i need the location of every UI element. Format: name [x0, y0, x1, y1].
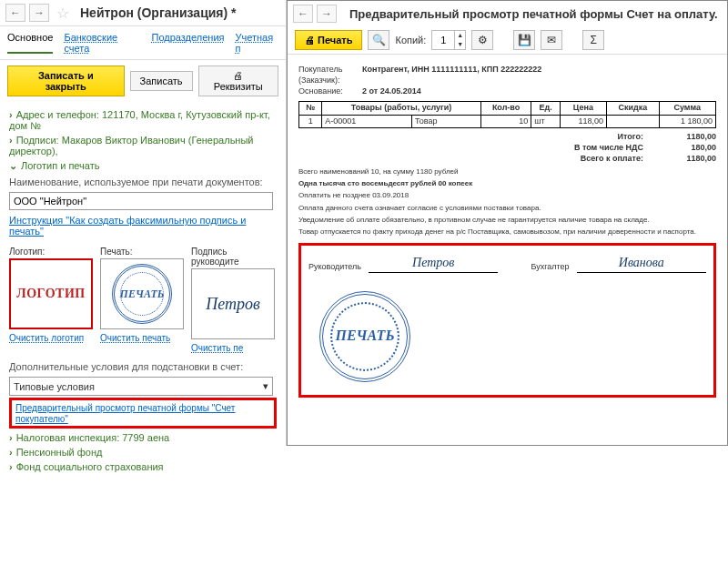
- basis-value: 2 от 24.05.2014: [362, 86, 421, 97]
- logo-section-toggle[interactable]: Логотип и печать: [9, 158, 277, 174]
- totals-block: Итого:1180,00 В том числе НДС180,00 Всег…: [298, 132, 716, 164]
- stamp-large-icon: ПЕЧАТЬ: [319, 291, 410, 382]
- buyer-value: Контрагент, ИНН 1111111111, КПП 22222222…: [362, 65, 541, 86]
- signatures-row[interactable]: Подписи: Макаров Виктор Иванович (Генера…: [9, 133, 277, 158]
- form-title: Нейтрон (Организация) *: [80, 5, 237, 20]
- tax-row[interactable]: Налоговая инспекция: 7799 аена: [9, 430, 277, 445]
- settings-icon[interactable]: ⚙: [471, 30, 493, 50]
- tab-acct[interactable]: Учетная п: [236, 32, 279, 54]
- print-button[interactable]: 🖨 Печать: [295, 30, 362, 50]
- save-close-button[interactable]: Записать и закрыть: [7, 66, 125, 96]
- logo-preview[interactable]: ЛОГОТИП: [9, 258, 93, 329]
- buyer-label: Покупатель (Заказчик):: [298, 65, 362, 86]
- preview-toolbar: ← → Предварительный просмотр печатной фо…: [288, 1, 727, 26]
- tab-bank[interactable]: Банковские счета: [64, 32, 140, 54]
- basis-label: Основание:: [298, 86, 362, 97]
- sig-text: Петров: [206, 295, 260, 314]
- sig-director: Петров: [412, 256, 454, 269]
- search-icon[interactable]: 🔍: [368, 30, 389, 50]
- preview-forward-button[interactable]: →: [317, 5, 337, 23]
- role-director: Руководитель: [308, 262, 361, 273]
- th-qty: Кол-во: [480, 102, 531, 116]
- terms1: Оплатить не позднее 03.09.2018: [298, 191, 716, 200]
- sig-label: Подпись руководите: [191, 247, 277, 267]
- table-row: 1 А-00001 Товар 10 шт 118,00 1 180,00: [299, 115, 716, 128]
- forward-button[interactable]: →: [29, 4, 49, 22]
- preview-back-button[interactable]: ←: [293, 5, 313, 23]
- sum-icon[interactable]: Σ: [582, 30, 604, 50]
- th-sum: Сумма: [659, 102, 715, 116]
- back-button[interactable]: ←: [5, 4, 25, 22]
- th-unit: Ед.: [531, 102, 560, 116]
- document-preview: Покупатель (Заказчик): Контрагент, ИНН 1…: [288, 55, 727, 407]
- clear-sig-link[interactable]: Очистить пе: [191, 343, 243, 353]
- role-accountant: Бухгалтер: [531, 262, 569, 273]
- preview-actions: 🖨 Печать 🔍 Копий: ▲▼ ⚙ 💾 ✉ Σ: [288, 26, 727, 55]
- tab-main[interactable]: Основное: [7, 32, 53, 54]
- signature-block-highlight: Руководитель Петров Бухгалтер Иванова ПЕ…: [298, 243, 716, 398]
- action-bar: Записать и закрыть Записать 🖨 Реквизиты: [0, 60, 286, 102]
- preview-link[interactable]: Предварительный просмотр печатной формы …: [15, 403, 235, 424]
- chevron-down-icon: ▾: [263, 380, 268, 392]
- terms4: Товар отпускается по факту прихода денег…: [298, 227, 716, 237]
- email-icon[interactable]: ✉: [541, 30, 562, 50]
- preview-panel: ← → Предварительный просмотр печатной фо…: [287, 0, 728, 446]
- tab-dept[interactable]: Подразделения: [152, 32, 225, 54]
- spin-down[interactable]: ▼: [454, 40, 465, 49]
- terms2: Оплата данного счета означает согласие с…: [298, 204, 716, 213]
- preview-link-highlight: Предварительный просмотр печатной формы …: [9, 398, 277, 429]
- copies-label: Копий:: [395, 35, 426, 45]
- favorite-icon[interactable]: ☆: [53, 5, 73, 22]
- preview-title: Предварительный просмотр печатной формы …: [349, 7, 718, 21]
- th-num: №: [299, 102, 322, 116]
- th-goods: Товары (работы, услуги): [322, 102, 481, 116]
- summary2: Одна тысяча сто восемьдесят рублей 00 ко…: [298, 179, 716, 188]
- stamp-preview[interactable]: ПЕЧАТЬ: [100, 258, 184, 329]
- extra-label: Дополнительные условия для подстановки в…: [9, 358, 277, 375]
- items-table: № Товары (работы, услуги) Кол-во Ед. Цен…: [298, 101, 716, 128]
- form-content: Адрес и телефон: 121170, Москва г, Кутуз…: [0, 102, 286, 479]
- copies-spinner[interactable]: ▲▼: [431, 30, 466, 50]
- clear-stamp-link[interactable]: Очистить печать: [100, 333, 170, 343]
- stamp-icon: ПЕЧАТЬ: [112, 264, 172, 324]
- save-icon[interactable]: 💾: [513, 30, 535, 50]
- name-label: Наименование, используемое при печати до…: [9, 174, 277, 190]
- left-toolbar: ← → ☆ Нейтрон (Организация) *: [0, 0, 286, 26]
- pension-row[interactable]: Пенсионный фонд: [9, 445, 277, 459]
- sig-accountant: Иванова: [619, 256, 664, 269]
- th-price: Цена: [560, 102, 606, 116]
- logo-label: Логотип:: [9, 247, 95, 257]
- logo-text: ЛОГОТИП: [16, 287, 85, 301]
- details-button[interactable]: 🖨 Реквизиты: [198, 66, 278, 96]
- instruction-link[interactable]: Инструкция "Как создать факсимильную под…: [9, 212, 277, 239]
- image-columns: Логотип: ЛОГОТИП Очистить логотип Печать…: [9, 247, 277, 353]
- th-disc: Скидка: [607, 102, 660, 116]
- org-form-panel: ← → ☆ Нейтрон (Организация) * Основное Б…: [0, 0, 287, 446]
- spin-up[interactable]: ▲: [454, 31, 465, 40]
- terms3: Уведомление об оплате обязательно, в про…: [298, 216, 716, 225]
- sig-preview[interactable]: Петров: [191, 268, 275, 339]
- sig-line-1: Руководитель Петров Бухгалтер Иванова: [308, 255, 706, 273]
- fss-row[interactable]: Фонд социального страхования: [9, 459, 277, 474]
- org-name-input[interactable]: [9, 192, 273, 210]
- summary1: Всего наименований 10, на сумму 1180 руб…: [298, 167, 716, 177]
- form-tabs: Основное Банковские счета Подразделения …: [0, 26, 286, 60]
- conditions-dropdown[interactable]: Типовые условия ▾: [9, 377, 273, 396]
- clear-logo-link[interactable]: Очистить логотип: [9, 333, 84, 343]
- address-row[interactable]: Адрес и телефон: 121170, Москва г, Кутуз…: [9, 107, 277, 133]
- stamp-label: Печать:: [100, 247, 186, 257]
- save-button[interactable]: Записать: [130, 71, 193, 91]
- copies-input[interactable]: [432, 35, 454, 45]
